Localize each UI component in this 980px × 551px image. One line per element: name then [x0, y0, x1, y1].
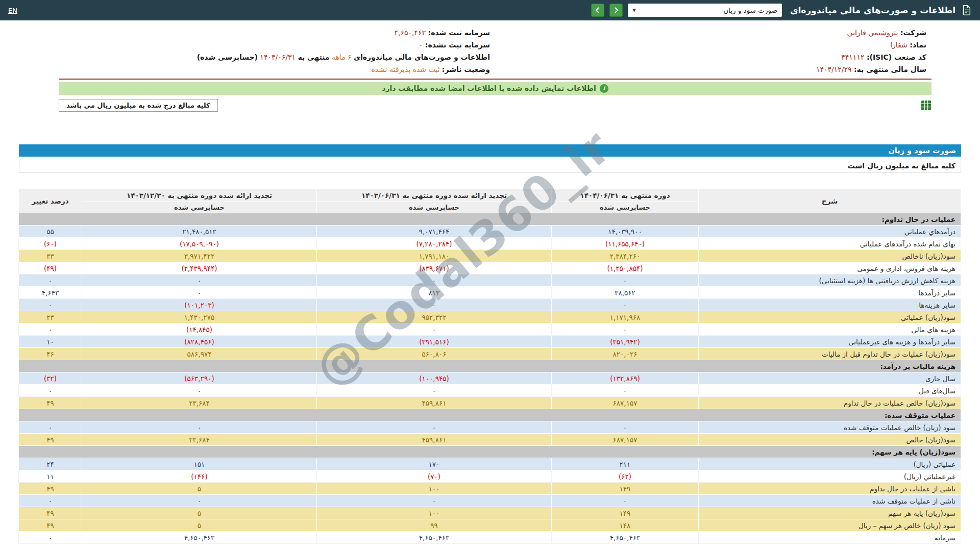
row-value: ۴,۶۵۰,۴۶۳ [552, 532, 699, 544]
row-value: ۳۸,۵۶۲ [552, 287, 699, 299]
column-header-period-restated-annual: تجدید ارائه شده دوره منتهی به ۱۴۰۳/۱۲/۳۰ [82, 189, 317, 202]
statement-select[interactable]: صورت سود و زیان ▼ [628, 4, 782, 17]
table-row: سود(زیان) ناخالص۲,۳۸۴,۲۶۰۱,۷۹۱,۱۸۰۳,۹۷۱,… [19, 250, 961, 262]
row-value: ۹۵۲,۳۲۲ [317, 311, 552, 323]
company-info-row: نماد: شفارا سرمایه ثبت نشده: ۰ [59, 39, 932, 51]
row-value: ۴۵۹,۸۶۱ [317, 434, 552, 446]
row-value: ۴,۶۵۰,۴۶۳ [317, 532, 552, 544]
info-label: شرکت: [900, 29, 926, 37]
row-value: ۴۹ [19, 434, 82, 446]
row-value: ۲۳ [19, 311, 82, 323]
row-label: سود(زیان) ناخالص [699, 250, 961, 262]
row-value: ۰ [552, 495, 699, 507]
row-value: (۱۳۲,۸۶۹) [552, 372, 699, 385]
row-value: ۰ [552, 323, 699, 336]
row-value: ۰ [317, 421, 552, 434]
row-value: ۹۹ [317, 519, 552, 532]
row-value: ۱۰۰ [317, 507, 552, 519]
row-value: ۱۴۸ [552, 519, 699, 532]
row-value: ۵۵ [19, 226, 82, 238]
row-value: (۱۴۶) [82, 470, 317, 483]
row-value: ۸۱۳ [317, 287, 552, 299]
row-value: ۱۱ [19, 470, 82, 483]
row-value: ۲۳,۶۸۴ [82, 397, 317, 409]
row-label: سود(زیان) عملیات در حال تداوم قبل از مال… [699, 348, 961, 360]
row-label: سال جاری [699, 372, 961, 385]
column-header-change: درصد تغییر [19, 189, 82, 213]
row-value: (۳۵۱,۹۴۲) [552, 336, 699, 348]
row-value: ۰ [82, 274, 317, 287]
row-value: (۳۲) [19, 372, 82, 385]
row-label: سود(زیان) خالص عملیات در حال تداوم [699, 397, 961, 409]
info-icon: i [600, 84, 608, 93]
info-value: ۶ ماهه [332, 53, 352, 61]
table-row: سود(زیان) خالص عملیات در حال تداوم۶۸۷,۱۵… [19, 397, 961, 409]
row-value: ۱,۴۳۰,۲۷۵ [82, 311, 317, 323]
row-value: ۵۶۰,۸۰۶ [317, 348, 552, 360]
row-value: ۵ [82, 507, 317, 519]
row-label: سود (زیان) خالص هر سهم – ریال [699, 519, 961, 532]
row-label: غیرعملياتي (ریال) [699, 470, 961, 483]
info-value: ۱۴۰۴/۰۶/۳۱ [260, 53, 296, 61]
row-value: ۰ [19, 299, 82, 311]
section-label: عملیات متوقف شده: [19, 409, 961, 421]
row-label: سایر هزینه‌ها [699, 299, 961, 311]
company-info-cell: شرکت: پتروشيمي فارابي [495, 27, 932, 39]
language-toggle[interactable]: EN [8, 7, 17, 14]
row-value: ۰ [552, 385, 699, 397]
section-label: سود(زیان) پایه هر سهم: [19, 446, 961, 458]
unit-note-box: کلیه مبالغ درج شده به میلیون ریال می باش… [59, 99, 218, 112]
table-row: هزینه های مالی۰۰(۱۴,۸۴۵)۰ [19, 323, 961, 336]
row-label: ناشی از عملیات در حال تداوم [699, 483, 961, 495]
info-value: ۱۴۰۴/۱۲/۲۹ [816, 65, 852, 73]
prev-statement-button[interactable] [591, 4, 604, 17]
row-value: (۱۱,۶۵۵,۶۴۰) [552, 238, 699, 250]
row-value: ۰ [82, 421, 317, 434]
table-row: هزینه کاهش ارزش دریافتنی ها (هزینه استثن… [19, 274, 961, 287]
table-row: سال‌های قبل۰۰۰۰ [19, 385, 961, 397]
divider [59, 79, 932, 80]
row-value: ۱۰۰ [317, 483, 552, 495]
company-info-cell: سرمایه ثبت شده: ۴,۶۵۰,۴۶۳ [59, 27, 495, 39]
row-label: هزینه های مالی [699, 323, 961, 336]
row-value: (۱۰۰,۹۴۵) [317, 372, 552, 385]
row-label: سایر درآمدها [699, 287, 961, 299]
table-row: غیرعملياتي (ریال)(۶۲)(۷۰)(۱۴۶)۱۱ [19, 470, 961, 483]
row-label: سال‌های قبل [699, 385, 961, 397]
statement-table: شرح دوره منتهی به ۱۴۰۴/۰۶/۳۱ تجدید ارائه… [18, 188, 961, 544]
row-label: سود(زیان) پایه هر سهم [699, 507, 961, 519]
next-statement-button[interactable] [609, 4, 623, 17]
row-value: ۰ [317, 274, 552, 287]
table-row: سود(زیان) خالص۶۸۷,۱۵۷۴۵۹,۸۶۱۲۳,۶۸۴۴۹ [19, 434, 961, 446]
info-label: وضعیت ناشر: [442, 65, 490, 73]
table-row: بهای تمام شده درآمدهای عملياتي(۱۱,۶۵۵,۶۴… [19, 238, 961, 250]
info-value: شفارا [890, 41, 908, 49]
row-value: ۱۴,۰۳۹,۹۰۰ [552, 226, 699, 238]
row-value: ۰ [19, 421, 82, 434]
table-row: سرمایه۴,۶۵۰,۴۶۳۴,۶۵۰,۴۶۳۴,۶۵۰,۴۶۳۰ [19, 532, 961, 544]
row-value: ۱,۱۷۱,۹۶۸ [552, 311, 699, 323]
row-value: ۳۳ [19, 250, 82, 262]
table-row: سایر درآمدها۳۸,۵۶۲۸۱۳۰۴,۶۴۳ [19, 287, 961, 299]
statement-select-value: صورت سود و زیان [723, 6, 777, 14]
row-value: ۰ [82, 385, 317, 397]
section-row: عملیات متوقف شده: [19, 409, 961, 421]
row-value: ۴۶ [19, 348, 82, 360]
excel-export-icon[interactable] [921, 100, 932, 111]
row-value: ۶۸۷,۱۵۷ [552, 397, 699, 409]
info-label: سرمایه ثبت شده: [428, 29, 490, 37]
top-header-bar: اطلاعات و صورت‌های مالی میاندوره‌ای صورت… [0, 0, 980, 20]
row-value: ۰ [552, 274, 699, 287]
row-value: ۰ [317, 323, 552, 336]
row-value: (۷,۲۸۰,۲۸۴) [317, 238, 552, 250]
info-value: ثبت شده پذیرفته نشده [371, 65, 439, 73]
row-value: (۱,۲۵۰,۸۵۴) [552, 262, 699, 274]
row-value: ۹,۰۷۱,۴۶۴ [317, 226, 552, 238]
info-label: نماد: [910, 41, 926, 49]
table-row: سود(زیان) پایه هر سهم۱۴۹۱۰۰۵۴۹ [19, 507, 961, 519]
row-value: ۴۵۹,۸۶۱ [317, 397, 552, 409]
chevron-left-icon [594, 7, 601, 14]
company-info-row: کد صنعت (ISIC): ۴۴۱۱۱۲ اطلاعات و صورت‌ها… [59, 51, 932, 63]
table-row: سایر درآمدها و هزینه های غیرعملیاتی(۳۵۱,… [19, 336, 961, 348]
row-value: (۷۰) [317, 470, 552, 483]
